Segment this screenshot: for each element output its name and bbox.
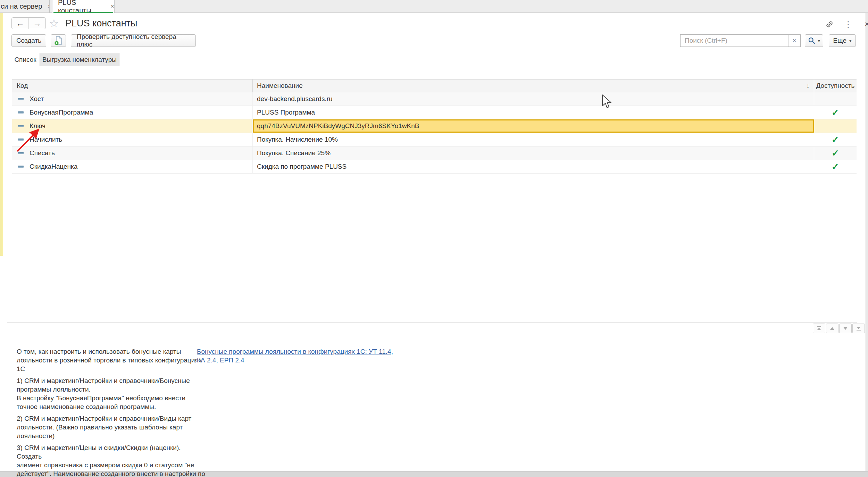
column-header-availability[interactable]: Доступность	[814, 82, 857, 90]
copy-document-icon	[54, 36, 62, 45]
search-box: ×	[680, 34, 801, 47]
last-row-icon	[856, 326, 861, 331]
availability-check-icon: ✓	[814, 160, 857, 173]
window-tab-previous[interactable]: си на сервер ×	[0, 0, 50, 12]
constant-icon	[18, 98, 24, 100]
window-right-edge	[866, 13, 868, 477]
table-row[interactable]: Хост dev-backend.pluscards.ru	[12, 92, 857, 106]
column-header-name[interactable]: Наименование ↓	[253, 80, 814, 92]
window-tab-bar: си на сервер × PLUS константы ×	[0, 0, 868, 13]
name-cell-editing[interactable]: qqh74BzVuVUMzNPKiBdyWgCNJ3yRJm6SKYo1wKnB	[253, 119, 814, 133]
app-window: си на сервер × PLUS константы × ← → ☆ PL…	[0, 0, 868, 477]
availability-check-icon	[814, 92, 857, 106]
more-menu-icon[interactable]: ⋮	[843, 19, 853, 30]
availability-check-icon: ✓	[814, 133, 857, 146]
background-window-edge	[0, 13, 3, 256]
tab-list[interactable]: Список	[11, 53, 40, 66]
get-link-icon[interactable]	[824, 19, 835, 30]
go-last-row-button[interactable]	[852, 324, 865, 333]
first-row-icon	[816, 326, 822, 331]
window-tab-plus-constants[interactable]: PLUS константы ×	[52, 0, 115, 13]
prev-row-icon	[829, 326, 835, 330]
table-row[interactable]: Начислить Покупка. Начисление 10% ✓	[12, 133, 857, 147]
go-next-row-button[interactable]	[839, 324, 852, 333]
create-button[interactable]: Создать	[11, 34, 46, 47]
forward-button[interactable]: →	[28, 18, 45, 29]
availability-check-icon	[814, 119, 857, 133]
back-button[interactable]: ←	[12, 18, 28, 29]
code-cell: БонуснаяПрограмма	[12, 106, 253, 119]
code-cell: Ключ	[12, 119, 253, 133]
name-cell: PLUSS Программа	[253, 106, 814, 119]
chevron-down-icon: ▾	[818, 38, 820, 43]
help-step-2: 2) CRM и маркетинг/Настройки и справочни…	[17, 414, 206, 440]
column-header-code[interactable]: Код	[12, 80, 253, 92]
annotation-arrow	[14, 124, 47, 157]
table-row[interactable]: БонуснаяПрограмма PLUSS Программа ✓	[12, 106, 857, 119]
search-button[interactable]: ▾	[805, 34, 823, 47]
name-cell: dev-backend.pluscards.ru	[253, 92, 814, 106]
name-cell: Покупка. Списание 25%	[253, 147, 814, 160]
close-icon[interactable]: ×	[110, 3, 114, 10]
name-cell: Покупка. Начисление 10%	[253, 133, 814, 146]
search-clear-button[interactable]: ×	[788, 35, 800, 47]
mouse-cursor	[601, 94, 613, 110]
page-title: PLUS константы	[65, 17, 137, 30]
constant-icon	[18, 111, 24, 114]
more-actions-button[interactable]: Еще ▾	[829, 34, 856, 47]
chevron-down-icon: ▾	[849, 38, 852, 43]
check-server-availability-button[interactable]: Проверить доступность сервера плюс	[71, 34, 196, 47]
more-actions-label: Еще	[833, 37, 846, 44]
favorite-star-icon[interactable]: ☆	[49, 17, 59, 30]
constants-table: Код Наименование ↓ Доступность Хост dev-…	[12, 79, 857, 174]
availability-check-icon: ✓	[814, 106, 857, 119]
constant-icon	[18, 166, 24, 168]
table-row[interactable]: СкидкаНаценка Скидка по программе PLUSS …	[12, 160, 857, 174]
code-cell: Хост	[12, 92, 253, 106]
search-icon	[808, 37, 815, 44]
forward-arrow-icon: →	[33, 18, 41, 28]
history-nav-group: ← →	[11, 17, 46, 29]
go-first-row-button[interactable]	[813, 324, 825, 333]
back-arrow-icon: ←	[16, 18, 24, 28]
help-intro: О том, как настроить и использовать бону…	[17, 347, 206, 373]
table-footer-divider	[7, 322, 857, 323]
window-tab-label: PLUS константы	[58, 0, 105, 15]
loyalty-programs-link[interactable]: Бонусные программы лояльности в конфигур…	[197, 347, 412, 365]
help-step-1: 1) CRM и маркетинг/Настройки и справочни…	[17, 376, 206, 411]
sort-descending-icon[interactable]: ↓	[807, 80, 810, 92]
help-step-3: 3) CRM и маркетинг/Цены и скидки/Скидки …	[17, 443, 206, 477]
table-row-selected[interactable]: Ключ qqh74BzVuVUMzNPKiBdyWgCNJ3yRJm6SKYo…	[12, 119, 857, 133]
name-cell: Скидка по программе PLUSS	[253, 160, 814, 173]
go-prev-row-button[interactable]	[826, 324, 838, 333]
table-row[interactable]: Списать Покупка. Списание 25% ✓	[12, 147, 857, 160]
close-form-icon[interactable]: ×	[862, 19, 868, 30]
code-cell: Списать	[12, 147, 253, 160]
table-scroll-nav	[813, 324, 865, 333]
tab-nomenclature-upload[interactable]: Выгрузка номенклатуры	[40, 53, 119, 66]
table-header: Код Наименование ↓ Доступность	[12, 79, 857, 92]
close-icon[interactable]: ×	[48, 3, 50, 10]
code-cell: Начислить	[12, 133, 253, 146]
create-by-copy-button[interactable]	[51, 34, 66, 47]
code-cell: СкидкаНаценка	[12, 160, 253, 173]
availability-check-icon: ✓	[814, 147, 857, 160]
help-text-block: О том, как настроить и использовать бону…	[17, 347, 206, 477]
next-row-icon	[843, 326, 848, 330]
search-input[interactable]	[681, 35, 788, 47]
window-tab-label: си на сервер	[1, 2, 42, 10]
